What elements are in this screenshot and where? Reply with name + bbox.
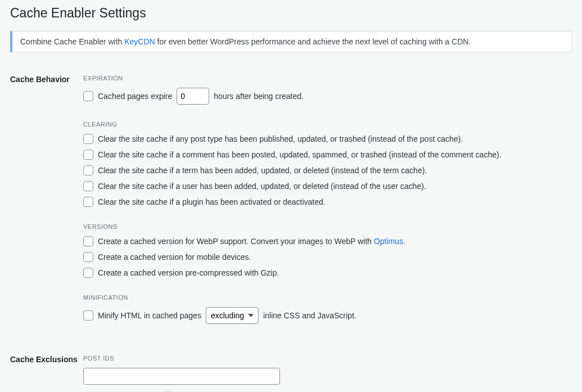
expiration-suffix: hours after being created. (214, 92, 304, 101)
checkbox-clear-comment[interactable] (83, 150, 93, 160)
checkbox-clear-term[interactable] (83, 165, 93, 175)
expiration-prefix: Cached pages expire (98, 92, 172, 101)
label-clear-user: Clear the site cache if a user has been … (98, 182, 426, 191)
checkbox-version-mobile[interactable] (83, 252, 93, 262)
section-cache-behavior: Cache Behavior (10, 69, 83, 349)
heading-post-ids: POST IDS (83, 355, 572, 362)
webp-suffix: . (403, 237, 405, 246)
section-cache-exclusions: Cache Exclusions (10, 349, 83, 392)
checkbox-clear-plugin[interactable] (83, 197, 93, 207)
input-expiration-hours[interactable] (177, 88, 209, 105)
label-clear-plugin: Clear the site cache if a plugin has bee… (98, 197, 326, 206)
checkbox-minify[interactable] (83, 310, 93, 321)
minify-prefix: Minify HTML in cached pages (98, 311, 201, 320)
page-title: Cache Enabler Settings (10, 6, 572, 21)
webp-prefix: Create a cached version for WebP support… (98, 237, 374, 246)
notice-text-before: Combine Cache Enabler with (20, 37, 124, 46)
select-minify-mode[interactable]: excluding including (206, 307, 259, 324)
info-notice: Combine Cache Enabler with KeyCDN for ev… (10, 31, 572, 52)
label-clear-term: Clear the site cache if a term has been … (98, 166, 427, 175)
label-version-gzip: Create a cached version pre-compressed w… (98, 268, 279, 277)
optimus-link[interactable]: Optimus (374, 237, 403, 246)
checkbox-expiration[interactable] (83, 91, 93, 101)
checkbox-clear-user[interactable] (83, 181, 93, 191)
heading-minification: MINIFICATION (83, 294, 572, 301)
heading-expiration: EXPIRATION (83, 75, 572, 82)
input-post-ids[interactable] (83, 368, 280, 385)
label-clear-comment: Clear the site cache if a comment has be… (98, 150, 502, 159)
checkbox-version-webp[interactable] (83, 236, 93, 246)
minify-suffix: inline CSS and JavaScript. (263, 311, 357, 320)
checkbox-version-gzip[interactable] (83, 268, 93, 278)
keycdn-link[interactable]: KeyCDN (124, 37, 155, 46)
label-version-webp: Create a cached version for WebP support… (98, 237, 405, 246)
heading-versions: VERSIONS (83, 223, 572, 230)
heading-clearing: CLEARING (83, 121, 572, 128)
checkbox-clear-post[interactable] (83, 134, 93, 144)
label-version-mobile: Create a cached version for mobile devic… (98, 253, 251, 262)
notice-text-after: for even better WordPress performance an… (155, 37, 471, 46)
label-clear-post: Clear the site cache if any post type ha… (98, 134, 463, 143)
